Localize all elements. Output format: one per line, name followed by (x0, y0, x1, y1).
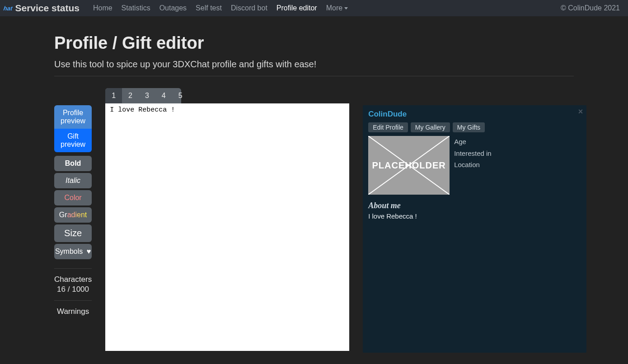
nav-statistics[interactable]: Statistics (122, 4, 150, 12)
char-counter-label: Characters (54, 275, 92, 284)
tab-2[interactable]: 2 (122, 88, 139, 103)
preview-tab-my-gallery[interactable]: My Gallery (411, 122, 450, 132)
placeholder-label: PLACEHOLDER (372, 160, 446, 171)
profile-preview-panel: × ColinDude Edit Profile My Gallery My G… (363, 105, 586, 353)
preview-meta: Age Interested in Location (454, 136, 492, 195)
preview-tab-my-gifts[interactable]: My Gifts (453, 122, 485, 132)
site-brand: Service status (15, 3, 80, 14)
color-button[interactable]: Color (54, 190, 92, 205)
nav-self-test[interactable]: Self test (196, 4, 222, 12)
nav-home[interactable]: Home (93, 4, 112, 12)
gradient-button[interactable]: Gradient (54, 207, 92, 223)
chevron-down-icon (344, 7, 348, 9)
tab-1[interactable]: 1 (105, 88, 122, 103)
tab-3[interactable]: 3 (139, 88, 155, 103)
profile-text-editor[interactable] (105, 103, 349, 351)
tab-5[interactable]: 5 (172, 88, 189, 103)
editor-column: 1 2 3 4 5 (105, 88, 349, 353)
logo-fragment: hat (3, 5, 13, 12)
page-title: Profile / Gift editor (54, 33, 574, 53)
meta-age: Age (454, 136, 492, 148)
editor-sidebar: Profile preview Gift preview Bold Italic… (54, 105, 92, 316)
char-counter: Characters 16 / 1000 (54, 268, 92, 294)
nav-profile-editor[interactable]: Profile editor (277, 4, 317, 12)
tab-4[interactable]: 4 (155, 88, 172, 103)
top-nav-bar: hat Service status Home Statistics Outag… (0, 0, 628, 16)
char-counter-value: 16 / 1000 (54, 285, 92, 294)
symbols-button[interactable]: Symbols ♥ (54, 244, 92, 259)
nav-outages[interactable]: Outages (159, 4, 187, 12)
preview-tab-edit-profile[interactable]: Edit Profile (368, 122, 408, 132)
heart-icon: ♥ (87, 247, 91, 256)
meta-interested: Interested in (454, 148, 492, 159)
preview-tabs: Edit Profile My Gallery My Gifts (368, 122, 581, 132)
preview-username: ColinDude (368, 110, 581, 119)
italic-button[interactable]: Italic (54, 173, 92, 188)
nav-more[interactable]: More (326, 4, 348, 12)
nav-discord-bot[interactable]: Discord bot (231, 4, 267, 12)
about-me-text: I love Rebecca ! (368, 212, 581, 220)
copyright-text: © ColinDude 2021 (561, 4, 620, 12)
editor-tabs: 1 2 3 4 5 (105, 88, 181, 103)
meta-location: Location (454, 159, 492, 171)
gift-preview-button[interactable]: Gift preview (54, 129, 92, 152)
size-button[interactable]: Size (54, 224, 92, 242)
about-me-label: About me (368, 201, 581, 210)
page-subtitle: Use this tool to spice up your 3DXChat p… (54, 59, 574, 70)
divider (54, 76, 574, 76)
warnings-section: Warnings (54, 300, 92, 316)
bold-button[interactable]: Bold (54, 156, 92, 171)
close-icon[interactable]: × (578, 107, 583, 117)
avatar-placeholder: PLACEHOLDER (368, 136, 450, 195)
warnings-label: Warnings (54, 307, 92, 316)
profile-preview-button[interactable]: Profile preview (54, 105, 92, 129)
nav-links: Home Statistics Outages Self test Discor… (93, 4, 561, 12)
